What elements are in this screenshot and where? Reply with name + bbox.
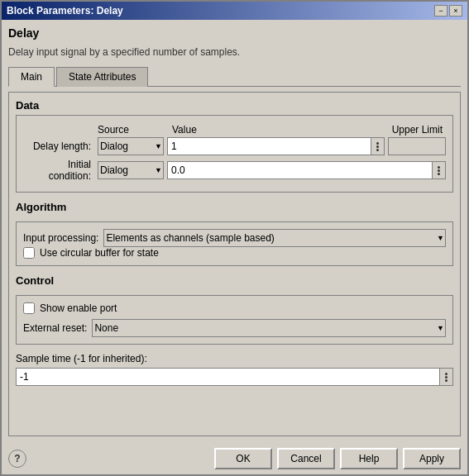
algorithm-section-box: Input processing: Elements as channels (… xyxy=(16,221,453,266)
help-button[interactable]: Help xyxy=(340,448,398,469)
initial-value-wrapper xyxy=(167,161,446,179)
dot-3 xyxy=(438,173,440,175)
title-bar-controls: − × xyxy=(434,5,462,17)
external-reset-label: External reset: xyxy=(23,322,87,334)
minimize-button[interactable]: − xyxy=(434,5,447,17)
delay-source-select[interactable]: Dialog Input port xyxy=(98,137,164,155)
cancel-button[interactable]: Cancel xyxy=(277,448,335,469)
control-section-box: Show enable port External reset: None Ri… xyxy=(16,295,453,345)
initial-source-select[interactable]: Dialog Input port xyxy=(98,161,164,179)
footer-buttons: OK Cancel Help Apply xyxy=(214,448,461,469)
data-headers: Source Value Upper Limit xyxy=(23,122,446,137)
delay-length-input[interactable] xyxy=(167,137,371,155)
ok-button[interactable]: OK xyxy=(214,448,272,469)
block-parameters-window: Block Parameters: Delay − × Delay Delay … xyxy=(0,0,469,476)
window-body: Delay Delay input signal by a specified … xyxy=(2,20,467,443)
help-icon-circle[interactable]: ? xyxy=(8,450,26,468)
delay-upper-limit-input[interactable] xyxy=(388,137,446,155)
block-name: Delay xyxy=(8,26,461,40)
dot-2 xyxy=(438,169,440,172)
table-row: Initial condition: Dialog Input port ▼ xyxy=(23,159,446,182)
circular-buffer-label: Use circular buffer for state xyxy=(40,247,159,259)
show-enable-port-row: Show enable port xyxy=(23,302,446,314)
algorithm-section-title: Algorithm xyxy=(16,201,453,213)
external-reset-row: External reset: None Rising Falling Eith… xyxy=(23,319,446,337)
tab-state-attributes[interactable]: State Attributes xyxy=(56,67,148,87)
show-enable-port-checkbox[interactable] xyxy=(23,302,35,314)
col-upper-header: Upper Limit xyxy=(380,124,446,136)
initial-source-select-wrapper: Dialog Input port ▼ xyxy=(98,161,164,179)
show-enable-port-label: Show enable port xyxy=(40,302,117,314)
tab-bar: Main State Attributes xyxy=(8,66,461,87)
dot-1 xyxy=(376,142,379,145)
dot-3 xyxy=(445,379,447,382)
delay-length-label: Delay length: xyxy=(23,140,98,152)
circular-buffer-checkbox[interactable] xyxy=(23,247,35,259)
data-section-box: Source Value Upper Limit Delay length: D… xyxy=(16,115,453,193)
footer-left: ? xyxy=(8,450,26,468)
delay-source-select-wrapper: Dialog Input port ▼ xyxy=(98,137,164,155)
dot-2 xyxy=(445,376,447,378)
input-processing-select-wrapper: Elements as channels (sample based) Colu… xyxy=(103,229,446,247)
sample-time-input[interactable] xyxy=(16,368,440,386)
delay-length-dots-button[interactable] xyxy=(371,137,385,155)
sample-time-input-wrapper xyxy=(16,368,453,386)
control-section-title: Control xyxy=(16,274,453,287)
control-section: Control Show enable port External reset:… xyxy=(16,274,453,345)
initial-condition-label: Initial condition: xyxy=(23,159,98,182)
help-icon: ? xyxy=(14,453,20,464)
close-button[interactable]: × xyxy=(449,5,462,17)
block-description: Delay input signal by a specified number… xyxy=(8,46,461,58)
title-bar: Block Parameters: Delay − × xyxy=(2,2,467,20)
table-row: Delay length: Dialog Input port ▼ xyxy=(23,137,446,155)
data-section-title: Data xyxy=(16,99,453,112)
dot-2 xyxy=(376,145,379,148)
dot-1 xyxy=(445,373,447,375)
delay-value-wrapper xyxy=(167,137,446,155)
sample-time-dots-button[interactable] xyxy=(440,368,453,386)
initial-condition-dots-button[interactable] xyxy=(433,161,446,179)
external-reset-select[interactable]: None Rising Falling Either Level Level h… xyxy=(92,319,446,337)
algorithm-section: Algorithm Input processing: Elements as … xyxy=(16,201,453,266)
sample-time-label: Sample time (-1 for inherited): xyxy=(16,353,453,364)
dot-3 xyxy=(376,149,379,151)
sample-time-section: Sample time (-1 for inherited): xyxy=(16,353,453,386)
input-processing-label: Input processing: xyxy=(23,232,98,244)
data-section: Data Source Value Upper Limit Delay leng… xyxy=(16,99,453,193)
col-source-header: Source xyxy=(98,124,172,136)
content-area: Data Source Value Upper Limit Delay leng… xyxy=(8,92,461,436)
dot-1 xyxy=(438,166,440,169)
circular-buffer-row: Use circular buffer for state xyxy=(23,247,446,259)
apply-button[interactable]: Apply xyxy=(403,448,461,469)
footer: ? OK Cancel Help Apply xyxy=(2,443,467,474)
input-processing-select[interactable]: Elements as channels (sample based) Colu… xyxy=(103,229,446,247)
external-reset-select-wrapper: None Rising Falling Either Level Level h… xyxy=(92,319,446,337)
input-processing-row: Input processing: Elements as channels (… xyxy=(23,229,446,247)
initial-condition-input[interactable] xyxy=(167,161,433,179)
col-value-header: Value xyxy=(172,124,380,136)
tab-main[interactable]: Main xyxy=(8,67,55,87)
window-title: Block Parameters: Delay xyxy=(7,5,123,17)
